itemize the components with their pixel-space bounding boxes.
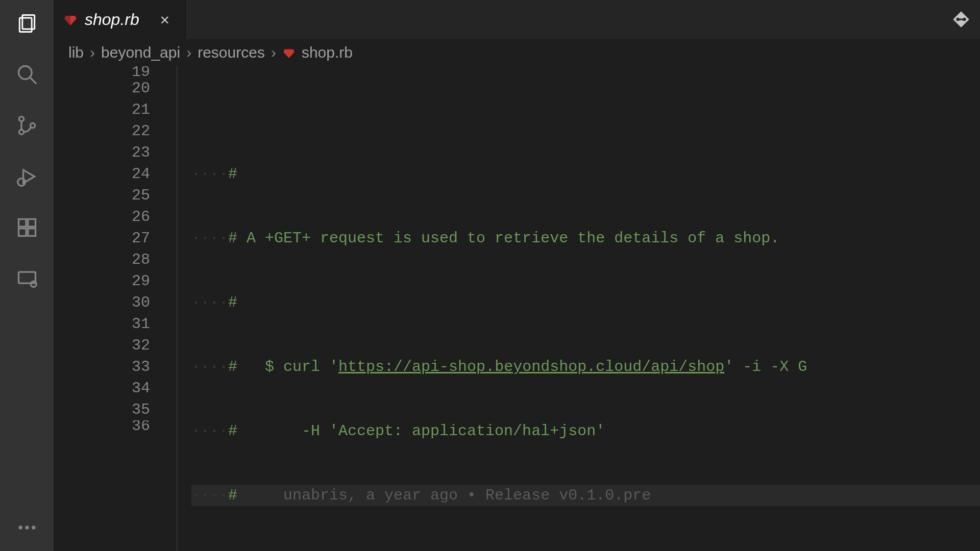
svg-point-14 [31, 282, 36, 287]
svg-point-16 [25, 525, 29, 529]
svg-line-3 [30, 78, 36, 84]
line-number: 30 [54, 292, 150, 313]
explorer-icon[interactable] [14, 10, 40, 37]
line-number: 27 [54, 228, 150, 249]
line-number: 28 [54, 249, 150, 270]
source-control-icon[interactable] [14, 112, 40, 139]
line-number: 33 [54, 356, 150, 378]
line-number: 22 [54, 120, 150, 142]
svg-rect-11 [28, 229, 35, 236]
remote-icon[interactable] [14, 265, 40, 292]
line-number: 20 [54, 78, 150, 99]
breadcrumb-seg[interactable]: beyond_api [101, 44, 180, 61]
svg-rect-12 [28, 219, 35, 227]
svg-point-4 [19, 117, 23, 121]
line-number: 29 [54, 270, 150, 292]
svg-point-15 [18, 525, 22, 529]
line-number-gutter: 19 20 21 22 23 24 25 26 27 28 29 30 31 3… [54, 66, 177, 551]
activity-bar [0, 0, 54, 551]
line-number: 19 [54, 66, 150, 78]
svg-marker-23 [283, 49, 295, 58]
line-number: 25 [54, 185, 150, 206]
line-number: 26 [54, 206, 150, 228]
svg-point-2 [18, 66, 32, 80]
breadcrumb-seg[interactable]: lib [68, 44, 84, 61]
tab-bar: shop.rb ✕ [54, 0, 980, 39]
breadcrumb-seg[interactable]: shop.rb [302, 44, 353, 61]
tab-label: shop.rb [85, 10, 139, 29]
svg-point-5 [19, 130, 23, 134]
ruby-file-icon [282, 46, 296, 59]
git-compare-icon[interactable] [951, 10, 971, 29]
svg-rect-10 [18, 229, 26, 236]
svg-point-17 [32, 525, 35, 529]
tab-shop-rb[interactable]: shop.rb ✕ [54, 0, 186, 39]
line-number: 31 [54, 313, 150, 335]
svg-point-6 [30, 123, 35, 128]
chevron-right-icon: › [186, 44, 191, 61]
line-number: 35 [54, 399, 150, 420]
git-blame-annotation: unabris, a year ago • Release v0.1.0.pre [237, 487, 651, 504]
line-number: 32 [54, 335, 150, 356]
extensions-icon[interactable] [14, 214, 40, 241]
line-number: 23 [54, 142, 150, 163]
run-debug-icon[interactable] [14, 163, 40, 190]
chevron-right-icon: › [271, 44, 276, 61]
line-number: 36 [54, 420, 150, 432]
close-icon[interactable]: ✕ [157, 11, 173, 28]
search-icon[interactable] [14, 61, 40, 88]
line-number: 21 [54, 99, 150, 120]
more-icon[interactable] [14, 514, 40, 541]
code-area[interactable]: ····# ····# A +GET+ request is used to r… [177, 66, 980, 551]
svg-marker-19 [64, 16, 70, 26]
breadcrumb-seg[interactable]: resources [198, 44, 265, 61]
chevron-right-icon: › [90, 44, 95, 61]
breadcrumb[interactable]: lib › beyond_api › resources › shop.rb [54, 39, 980, 66]
line-number: 24 [54, 163, 150, 185]
svg-rect-22 [959, 18, 964, 20]
svg-rect-9 [18, 219, 26, 227]
line-number: 34 [54, 378, 150, 399]
code-editor[interactable]: 19 20 21 22 23 24 25 26 27 28 29 30 31 3… [54, 66, 980, 551]
ruby-file-icon [63, 12, 78, 27]
